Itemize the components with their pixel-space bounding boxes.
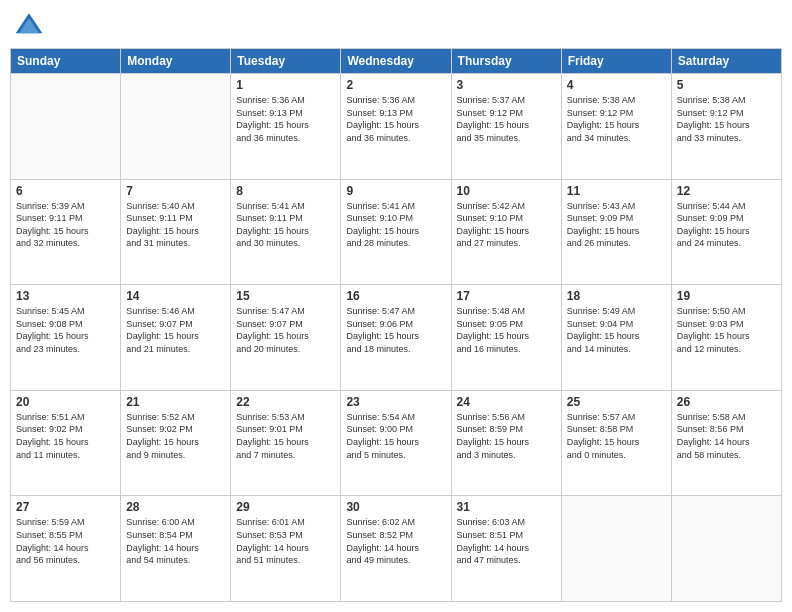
day-number: 31 — [457, 500, 556, 514]
weekday-header: Saturday — [671, 49, 781, 74]
day-info: Sunrise: 5:58 AM Sunset: 8:56 PM Dayligh… — [677, 411, 776, 461]
calendar-cell — [671, 496, 781, 602]
calendar-cell: 21Sunrise: 5:52 AM Sunset: 9:02 PM Dayli… — [121, 390, 231, 496]
calendar-week-row: 13Sunrise: 5:45 AM Sunset: 9:08 PM Dayli… — [11, 285, 782, 391]
day-info: Sunrise: 5:46 AM Sunset: 9:07 PM Dayligh… — [126, 305, 225, 355]
day-info: Sunrise: 5:41 AM Sunset: 9:11 PM Dayligh… — [236, 200, 335, 250]
weekday-header: Monday — [121, 49, 231, 74]
day-info: Sunrise: 5:50 AM Sunset: 9:03 PM Dayligh… — [677, 305, 776, 355]
day-info: Sunrise: 5:49 AM Sunset: 9:04 PM Dayligh… — [567, 305, 666, 355]
calendar-cell: 4Sunrise: 5:38 AM Sunset: 9:12 PM Daylig… — [561, 74, 671, 180]
day-number: 20 — [16, 395, 115, 409]
day-info: Sunrise: 6:00 AM Sunset: 8:54 PM Dayligh… — [126, 516, 225, 566]
calendar-cell: 3Sunrise: 5:37 AM Sunset: 9:12 PM Daylig… — [451, 74, 561, 180]
day-number: 14 — [126, 289, 225, 303]
day-info: Sunrise: 5:39 AM Sunset: 9:11 PM Dayligh… — [16, 200, 115, 250]
day-number: 9 — [346, 184, 445, 198]
day-info: Sunrise: 6:01 AM Sunset: 8:53 PM Dayligh… — [236, 516, 335, 566]
day-number: 21 — [126, 395, 225, 409]
calendar-header: SundayMondayTuesdayWednesdayThursdayFrid… — [11, 49, 782, 74]
page: SundayMondayTuesdayWednesdayThursdayFrid… — [0, 0, 792, 612]
calendar-cell: 9Sunrise: 5:41 AM Sunset: 9:10 PM Daylig… — [341, 179, 451, 285]
day-number: 25 — [567, 395, 666, 409]
calendar-cell: 2Sunrise: 5:36 AM Sunset: 9:13 PM Daylig… — [341, 74, 451, 180]
day-number: 4 — [567, 78, 666, 92]
day-number: 19 — [677, 289, 776, 303]
day-number: 12 — [677, 184, 776, 198]
day-info: Sunrise: 5:36 AM Sunset: 9:13 PM Dayligh… — [236, 94, 335, 144]
day-number: 6 — [16, 184, 115, 198]
day-number: 29 — [236, 500, 335, 514]
calendar-week-row: 27Sunrise: 5:59 AM Sunset: 8:55 PM Dayli… — [11, 496, 782, 602]
weekday-row: SundayMondayTuesdayWednesdayThursdayFrid… — [11, 49, 782, 74]
day-info: Sunrise: 5:44 AM Sunset: 9:09 PM Dayligh… — [677, 200, 776, 250]
calendar-week-row: 20Sunrise: 5:51 AM Sunset: 9:02 PM Dayli… — [11, 390, 782, 496]
calendar-cell: 5Sunrise: 5:38 AM Sunset: 9:12 PM Daylig… — [671, 74, 781, 180]
day-number: 22 — [236, 395, 335, 409]
calendar-cell: 8Sunrise: 5:41 AM Sunset: 9:11 PM Daylig… — [231, 179, 341, 285]
calendar-cell: 12Sunrise: 5:44 AM Sunset: 9:09 PM Dayli… — [671, 179, 781, 285]
calendar-cell: 11Sunrise: 5:43 AM Sunset: 9:09 PM Dayli… — [561, 179, 671, 285]
calendar-cell: 25Sunrise: 5:57 AM Sunset: 8:58 PM Dayli… — [561, 390, 671, 496]
calendar-cell: 20Sunrise: 5:51 AM Sunset: 9:02 PM Dayli… — [11, 390, 121, 496]
day-info: Sunrise: 5:40 AM Sunset: 9:11 PM Dayligh… — [126, 200, 225, 250]
calendar-cell: 31Sunrise: 6:03 AM Sunset: 8:51 PM Dayli… — [451, 496, 561, 602]
day-info: Sunrise: 5:48 AM Sunset: 9:05 PM Dayligh… — [457, 305, 556, 355]
day-info: Sunrise: 5:53 AM Sunset: 9:01 PM Dayligh… — [236, 411, 335, 461]
weekday-header: Friday — [561, 49, 671, 74]
calendar-cell: 17Sunrise: 5:48 AM Sunset: 9:05 PM Dayli… — [451, 285, 561, 391]
weekday-header: Thursday — [451, 49, 561, 74]
calendar-cell: 29Sunrise: 6:01 AM Sunset: 8:53 PM Dayli… — [231, 496, 341, 602]
calendar-cell: 30Sunrise: 6:02 AM Sunset: 8:52 PM Dayli… — [341, 496, 451, 602]
day-info: Sunrise: 5:42 AM Sunset: 9:10 PM Dayligh… — [457, 200, 556, 250]
calendar-cell: 27Sunrise: 5:59 AM Sunset: 8:55 PM Dayli… — [11, 496, 121, 602]
day-info: Sunrise: 5:54 AM Sunset: 9:00 PM Dayligh… — [346, 411, 445, 461]
day-number: 16 — [346, 289, 445, 303]
day-number: 27 — [16, 500, 115, 514]
day-number: 10 — [457, 184, 556, 198]
calendar-cell — [11, 74, 121, 180]
calendar-cell: 16Sunrise: 5:47 AM Sunset: 9:06 PM Dayli… — [341, 285, 451, 391]
day-info: Sunrise: 5:57 AM Sunset: 8:58 PM Dayligh… — [567, 411, 666, 461]
day-number: 28 — [126, 500, 225, 514]
day-number: 11 — [567, 184, 666, 198]
weekday-header: Sunday — [11, 49, 121, 74]
calendar-cell — [561, 496, 671, 602]
calendar-cell: 24Sunrise: 5:56 AM Sunset: 8:59 PM Dayli… — [451, 390, 561, 496]
calendar-cell: 18Sunrise: 5:49 AM Sunset: 9:04 PM Dayli… — [561, 285, 671, 391]
calendar-cell: 15Sunrise: 5:47 AM Sunset: 9:07 PM Dayli… — [231, 285, 341, 391]
day-info: Sunrise: 5:47 AM Sunset: 9:06 PM Dayligh… — [346, 305, 445, 355]
day-number: 2 — [346, 78, 445, 92]
calendar-week-row: 6Sunrise: 5:39 AM Sunset: 9:11 PM Daylig… — [11, 179, 782, 285]
day-info: Sunrise: 6:03 AM Sunset: 8:51 PM Dayligh… — [457, 516, 556, 566]
weekday-header: Wednesday — [341, 49, 451, 74]
day-number: 7 — [126, 184, 225, 198]
day-info: Sunrise: 5:47 AM Sunset: 9:07 PM Dayligh… — [236, 305, 335, 355]
calendar-cell: 19Sunrise: 5:50 AM Sunset: 9:03 PM Dayli… — [671, 285, 781, 391]
day-number: 24 — [457, 395, 556, 409]
calendar-cell: 28Sunrise: 6:00 AM Sunset: 8:54 PM Dayli… — [121, 496, 231, 602]
logo — [14, 10, 48, 40]
day-number: 23 — [346, 395, 445, 409]
calendar-week-row: 1Sunrise: 5:36 AM Sunset: 9:13 PM Daylig… — [11, 74, 782, 180]
calendar-cell — [121, 74, 231, 180]
calendar-cell: 23Sunrise: 5:54 AM Sunset: 9:00 PM Dayli… — [341, 390, 451, 496]
day-info: Sunrise: 5:36 AM Sunset: 9:13 PM Dayligh… — [346, 94, 445, 144]
day-number: 17 — [457, 289, 556, 303]
calendar-cell: 26Sunrise: 5:58 AM Sunset: 8:56 PM Dayli… — [671, 390, 781, 496]
day-info: Sunrise: 5:38 AM Sunset: 9:12 PM Dayligh… — [567, 94, 666, 144]
calendar-cell: 7Sunrise: 5:40 AM Sunset: 9:11 PM Daylig… — [121, 179, 231, 285]
calendar-cell: 10Sunrise: 5:42 AM Sunset: 9:10 PM Dayli… — [451, 179, 561, 285]
day-info: Sunrise: 5:56 AM Sunset: 8:59 PM Dayligh… — [457, 411, 556, 461]
day-info: Sunrise: 5:43 AM Sunset: 9:09 PM Dayligh… — [567, 200, 666, 250]
logo-icon — [14, 10, 44, 40]
day-info: Sunrise: 5:38 AM Sunset: 9:12 PM Dayligh… — [677, 94, 776, 144]
day-number: 30 — [346, 500, 445, 514]
calendar-cell: 22Sunrise: 5:53 AM Sunset: 9:01 PM Dayli… — [231, 390, 341, 496]
day-info: Sunrise: 5:37 AM Sunset: 9:12 PM Dayligh… — [457, 94, 556, 144]
day-info: Sunrise: 5:52 AM Sunset: 9:02 PM Dayligh… — [126, 411, 225, 461]
header — [10, 10, 782, 40]
day-number: 13 — [16, 289, 115, 303]
day-number: 5 — [677, 78, 776, 92]
day-number: 15 — [236, 289, 335, 303]
